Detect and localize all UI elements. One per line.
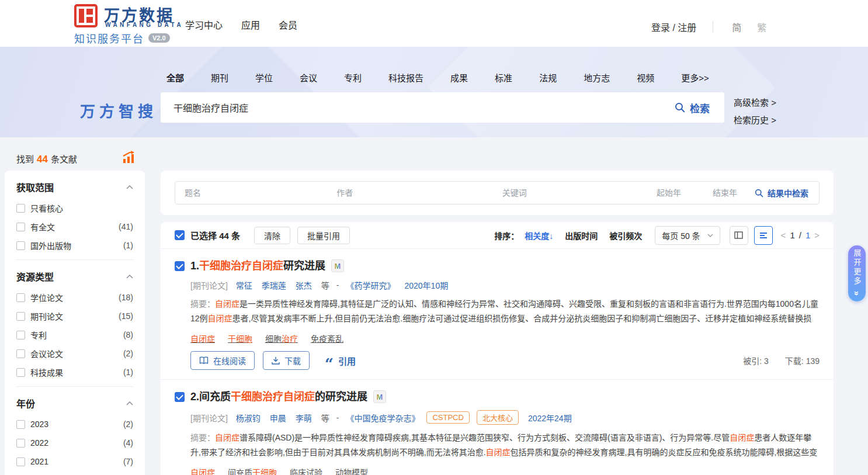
- checkbox-unchecked[interactable]: [16, 204, 25, 213]
- nav-membership[interactable]: 会员: [279, 18, 297, 32]
- keyword-link[interactable]: 干细胞: [228, 332, 252, 344]
- checkbox-unchecked[interactable]: [16, 312, 25, 321]
- tab-local-chronicle[interactable]: 地方志: [584, 71, 610, 84]
- author-field[interactable]: [327, 185, 493, 200]
- tab-degree[interactable]: 学位: [255, 71, 273, 84]
- filter-item-core-only[interactable]: 只看核心: [16, 203, 133, 213]
- login-register-link[interactable]: 登录 / 注册: [651, 20, 696, 34]
- result-checkbox[interactable]: [175, 261, 185, 271]
- lang-traditional[interactable]: 繁: [757, 20, 766, 34]
- checkbox-unchecked[interactable]: [16, 457, 25, 466]
- tab-journal[interactable]: 期刊: [211, 71, 228, 84]
- checkbox-unchecked[interactable]: [16, 349, 25, 358]
- section-header[interactable]: 年份: [16, 396, 133, 410]
- result-title-link[interactable]: 2.间充质干细胞治疗自闭症的研究进展: [190, 389, 367, 404]
- read-online-button[interactable]: 在线阅读: [190, 351, 255, 370]
- keyword-link[interactable]: 细胞治疗: [265, 332, 298, 344]
- refine-search-card: 结果中检索: [161, 171, 834, 215]
- checkbox-unchecked[interactable]: [16, 368, 25, 377]
- author-link[interactable]: 季瑞莲: [262, 279, 286, 291]
- author-link[interactable]: 杨淑钧: [236, 412, 261, 424]
- nav-learning-center[interactable]: 学习中心: [185, 18, 223, 32]
- search-button[interactable]: 检索: [660, 92, 724, 123]
- lang-simplified[interactable]: 简: [732, 20, 741, 34]
- title-field[interactable]: [175, 185, 327, 200]
- keyword-link[interactable]: 自闭症: [190, 332, 215, 344]
- keyword-highlight: 自闭症: [190, 468, 215, 475]
- grid-view-button[interactable]: [730, 226, 748, 245]
- list-view-button[interactable]: [754, 226, 773, 245]
- tab-patent[interactable]: 专利: [344, 71, 362, 84]
- filter-item-patent[interactable]: 专利 (8): [16, 330, 133, 339]
- keyword-link[interactable]: 免疫紊乱: [311, 332, 343, 344]
- tab-standard[interactable]: 标准: [495, 71, 512, 84]
- batch-cite-button[interactable]: 批量引用: [297, 227, 350, 244]
- cite-button[interactable]: “ 引用: [325, 355, 356, 367]
- filter-item-year-2022[interactable]: 2022 (4): [16, 438, 133, 448]
- filter-item-year-2021[interactable]: 2021 (7): [16, 457, 133, 466]
- filter-item-journal-paper[interactable]: 期刊论文 (15): [16, 311, 133, 321]
- filter-item-degree-thesis[interactable]: 学位论文 (18): [16, 293, 133, 302]
- tab-achievement[interactable]: 成果: [450, 71, 468, 84]
- issue-link[interactable]: 2022年24期: [528, 412, 572, 424]
- filter-item-foreign[interactable]: 国外出版物 (1): [16, 241, 133, 250]
- keyword-link[interactable]: 自闭症: [190, 466, 215, 475]
- section-header[interactable]: 资源类型: [16, 269, 133, 283]
- clear-button[interactable]: 清除: [254, 227, 290, 244]
- sort-publish-time[interactable]: 出版时间: [565, 230, 598, 241]
- expand-more-button[interactable]: 展开更多 »: [848, 245, 866, 301]
- author-link[interactable]: 申晨: [270, 412, 286, 424]
- section-header[interactable]: 获取范围: [16, 180, 133, 194]
- list-view-icon: [759, 232, 768, 239]
- wanfang-logo-icon[interactable]: [74, 4, 98, 27]
- author-link[interactable]: 张杰: [296, 279, 312, 291]
- current-page: 1: [790, 230, 794, 240]
- filter-section-resource-type: 资源类型 学位论文 (18) 期刊论文 (15) 专利 (8) 会议论文 (2): [16, 259, 133, 386]
- sort-relevance[interactable]: 相关度↓: [525, 230, 553, 241]
- author-link[interactable]: 常征: [236, 279, 252, 291]
- select-all-checkbox[interactable]: [175, 230, 185, 240]
- m-badge[interactable]: M: [331, 259, 344, 272]
- filter-item-fulltext[interactable]: 有全文 (41): [16, 222, 133, 231]
- checkbox-unchecked[interactable]: [16, 420, 25, 429]
- search-input[interactable]: [161, 92, 660, 123]
- keyword-link[interactable]: 间充质干细胞: [228, 466, 277, 475]
- search-history-link[interactable]: 检索历史 >: [734, 113, 776, 126]
- prev-page-button[interactable]: <: [781, 230, 786, 240]
- tab-tech-report[interactable]: 科技报告: [388, 71, 423, 84]
- search-in-results-button[interactable]: 结果中检索: [755, 187, 819, 199]
- checkbox-unchecked[interactable]: [16, 293, 25, 302]
- nav-apps[interactable]: 应用: [241, 18, 260, 32]
- page-size-select[interactable]: 每页 50 条: [655, 226, 720, 245]
- advanced-search-link[interactable]: 高级检索 >: [734, 96, 776, 108]
- next-page-button[interactable]: >: [814, 230, 820, 240]
- tab-conference[interactable]: 会议: [300, 71, 317, 84]
- author-link[interactable]: 李萌: [296, 412, 312, 424]
- journal-link[interactable]: 《药学研究》: [346, 279, 395, 291]
- keyword-field[interactable]: [493, 185, 647, 200]
- tab-all[interactable]: 全部: [166, 71, 184, 84]
- keyword-link[interactable]: 临床试验: [290, 466, 322, 475]
- tab-video[interactable]: 视频: [637, 71, 654, 84]
- checkbox-unchecked[interactable]: [16, 439, 25, 448]
- keyword-link[interactable]: 动物模型: [335, 466, 368, 475]
- filter-item-conference-paper[interactable]: 会议论文 (2): [16, 349, 133, 358]
- year-to-field[interactable]: [703, 185, 755, 200]
- filter-item-year-2023[interactable]: 2023 (2): [16, 419, 133, 429]
- checkbox-unchecked[interactable]: [16, 241, 25, 250]
- sort-cited-count[interactable]: 被引频次: [609, 230, 642, 241]
- checkbox-unchecked[interactable]: [16, 331, 25, 339]
- year-from-field[interactable]: [647, 185, 703, 200]
- result-title-link[interactable]: 1.干细胞治疗自闭症研究进展: [190, 258, 325, 273]
- m-badge[interactable]: M: [373, 390, 386, 403]
- result-checkbox[interactable]: [175, 392, 185, 402]
- journal-link[interactable]: 《中国免疫学杂志》: [346, 412, 419, 424]
- issue-link[interactable]: 2020年10期: [404, 279, 448, 291]
- download-button[interactable]: 下载: [263, 351, 310, 370]
- results-card: 已选择 44 条 清除 批量引用 排序： 相关度↓ 出版时间 被引频次 每页 5…: [161, 222, 834, 475]
- checkbox-unchecked[interactable]: [16, 223, 25, 231]
- statistics-chart-icon[interactable]: [121, 151, 136, 165]
- tab-more[interactable]: 更多>>: [681, 71, 709, 84]
- filter-item-tech-achievement[interactable]: 科技成果 (1): [16, 367, 133, 377]
- tab-regulation[interactable]: 法规: [539, 71, 557, 84]
